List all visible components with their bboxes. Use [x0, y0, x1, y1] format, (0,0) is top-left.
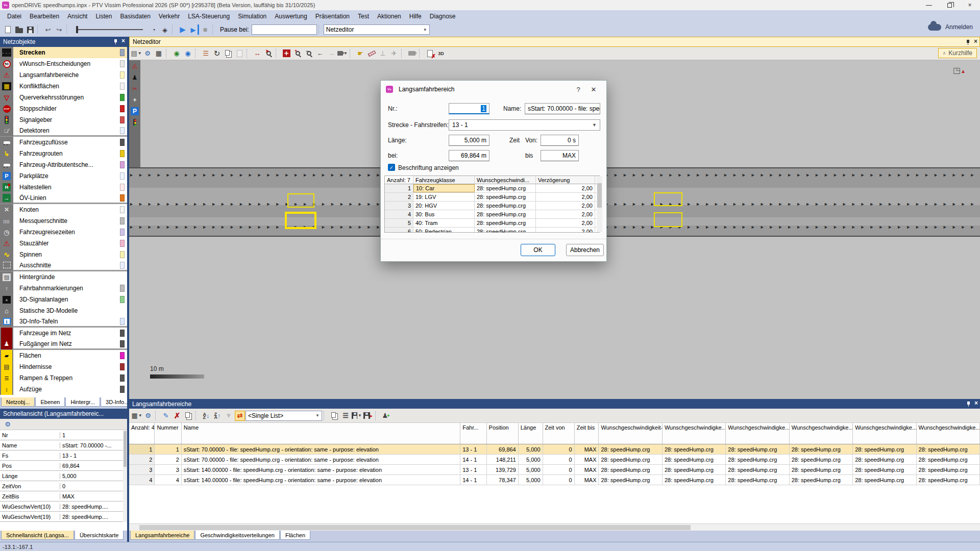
netzobjekte-item[interactable]: Messquerschnitte: [0, 215, 127, 227]
pedestrian-mode-icon[interactable]: ♟: [131, 73, 139, 82]
speed-slider[interactable]: [77, 29, 143, 30]
edit-icon[interactable]: [161, 411, 171, 421]
undo-icon[interactable]: [43, 24, 53, 35]
table-row[interactable]: 4 4 sStart: 140.00000 - file: speedHump.…: [129, 475, 980, 485]
column-header[interactable]: Wunschgeschwindigke...: [790, 423, 853, 444]
pan-icon[interactable]: [252, 48, 262, 59]
save-icon[interactable]: [25, 24, 35, 35]
globe-icon[interactable]: [172, 48, 182, 59]
column-header[interactable]: Zeit von: [543, 423, 575, 444]
cut-mode-icon[interactable]: ✂: [131, 85, 139, 93]
copy-icon[interactable]: [329, 411, 339, 421]
label-checkbox[interactable]: ✓: [388, 164, 395, 171]
account-area[interactable]: Anmelden: [928, 23, 973, 31]
pin-icon[interactable]: [966, 40, 970, 43]
sync-icon[interactable]: [235, 411, 245, 421]
copy-icon[interactable]: [223, 48, 233, 59]
pin-icon[interactable]: [967, 402, 970, 405]
dialog-table-row[interactable]: 6 50: Pedestrian 28: speedHump.crg 2,00: [385, 228, 599, 233]
legend-icon[interactable]: [201, 48, 211, 59]
bis-input[interactable]: MAX: [541, 150, 579, 161]
view3d-icon[interactable]: 3D: [436, 48, 446, 59]
close-icon[interactable]: ×: [974, 400, 978, 406]
quickview-row[interactable]: ZeitBis MAX: [0, 491, 127, 502]
dialog-table-scrollbar[interactable]: [597, 176, 602, 232]
close-icon[interactable]: ×: [974, 39, 977, 44]
netzobjekte-item[interactable]: Haltestellen: [0, 182, 127, 193]
netzobjekte-item[interactable]: Fahrbahnmarkierungen: [0, 283, 127, 294]
network-check-icon[interactable]: [160, 24, 170, 35]
table-row[interactable]: 1 1 sStart: 70.00000 - file: speedHump.c…: [129, 444, 980, 455]
netzobjekte-item[interactable]: Hintergründe: [0, 271, 127, 283]
menu-item[interactable]: Ansicht: [63, 11, 91, 21]
nr-input[interactable]: 1: [449, 103, 489, 114]
hand-icon[interactable]: [355, 48, 365, 59]
sim-speed-icon[interactable]: [149, 24, 159, 35]
netzobjekte-item[interactable]: Querverkehrsstörungen: [0, 92, 127, 103]
netzobjekte-item[interactable]: Aufzüge: [0, 384, 127, 395]
column-header[interactable]: Länge: [519, 423, 543, 444]
forward-icon[interactable]: [326, 48, 336, 59]
ruler-icon[interactable]: [366, 48, 377, 59]
netzobjekte-item[interactable]: Fahrzeugrouten: [0, 148, 127, 159]
length-input[interactable]: 5,000 m: [449, 135, 489, 146]
netzobjekte-item[interactable]: 3D-Signalanlagen: [0, 294, 127, 305]
column-header[interactable]: Position: [487, 423, 519, 444]
help-button[interactable]: ?: [571, 86, 586, 93]
netzobjekte-item[interactable]: 3D-Info-Tafeln: [0, 316, 127, 328]
quickview-row[interactable]: Nr 1: [0, 430, 127, 440]
pin-icon[interactable]: [114, 39, 117, 43]
dialog-table-row[interactable]: 5 40: Tram 28: speedHump.crg 2,00: [385, 219, 599, 228]
menu-item[interactable]: Verkehr: [155, 11, 184, 21]
slow-area-rect-selected[interactable]: [285, 212, 316, 229]
netzobjekte-item[interactable]: Fahrzeuge im Netz: [0, 328, 127, 339]
quickview-row[interactable]: ZeitVon 0: [0, 481, 127, 491]
save-layout-icon[interactable]: ▼: [352, 411, 362, 421]
ok-button[interactable]: OK: [521, 244, 555, 256]
table-row[interactable]: 2 2 sStart: 70.00000 - file: speedHump.c…: [129, 455, 980, 465]
column-header[interactable]: Wunschgeschwindigke...: [663, 423, 726, 444]
quickview-scrollbar[interactable]: [123, 430, 127, 522]
menu-item[interactable]: LSA-Steuerung: [184, 11, 234, 21]
quickview-row[interactable]: Fs 13 - 1: [0, 450, 127, 461]
table-menu-icon[interactable]: ▼: [132, 411, 142, 421]
menu-item[interactable]: Hilfe: [405, 11, 426, 21]
add-user-icon[interactable]: +: [381, 411, 391, 421]
sort-az-icon[interactable]: AZ↓: [201, 411, 211, 421]
column-header[interactable]: Nummer: [155, 423, 181, 444]
quickview-row[interactable]: WuGeschwVert(10) 28: speedHump....: [0, 502, 127, 512]
minimize-button[interactable]: —: [919, 0, 939, 10]
bottom-left-tab[interactable]: Übersichtskarte: [75, 531, 124, 540]
netzobjekte-item[interactable]: Signalgeber: [0, 114, 127, 126]
column-header[interactable]: Verzögerung: [536, 176, 595, 184]
quickview-row[interactable]: Pos 69,864: [0, 461, 127, 471]
duplicate-icon[interactable]: [183, 411, 193, 421]
list-filter-select[interactable]: <Single List> ▼: [246, 411, 322, 421]
dialog-close-button[interactable]: ✕: [586, 86, 601, 93]
pause-input[interactable]: [252, 24, 317, 35]
netzobjekte-item[interactable]: Strecken: [0, 47, 127, 58]
dialog-table-row[interactable]: 3 20: HGV 28: speedHump.crg 2,00: [385, 202, 599, 210]
von-input[interactable]: 0 s: [541, 135, 579, 146]
netzobjekte-item[interactable]: Spinnen: [0, 249, 127, 260]
link-mode-icon[interactable]: +: [131, 96, 139, 104]
menu-item[interactable]: Basisdaten: [116, 11, 154, 21]
wrench-icon[interactable]: [142, 48, 153, 59]
play-icon[interactable]: [178, 24, 188, 35]
netzobjekte-item[interactable]: Ausschnitte: [0, 260, 127, 271]
netzobjekte-item[interactable]: Fußgänger im Netz: [0, 339, 127, 350]
slow-area-rect[interactable]: [654, 212, 682, 227]
lane-select[interactable]: 13 - 1 ▼: [449, 119, 600, 131]
map-pin-icon[interactable]: [183, 48, 193, 59]
page-delete-icon[interactable]: [425, 48, 435, 59]
dialog-titlebar[interactable]: Vs Langsamfahrbereich ? ✕: [381, 81, 606, 98]
zoom-in-icon[interactable]: +: [292, 48, 303, 59]
menu-item[interactable]: Test: [354, 11, 373, 21]
netzobjekte-item[interactable]: vWunsch-Entscheidungen: [0, 58, 127, 69]
parking-mode-icon[interactable]: P: [131, 107, 139, 115]
kurzhilfe-button[interactable]: ∧ Kurzhilfe: [938, 48, 977, 58]
column-header[interactable]: Wunschgeschwindi...: [475, 176, 536, 184]
cancel-button[interactable]: Abbrechen: [566, 244, 604, 256]
stop-icon[interactable]: [200, 24, 210, 35]
step-icon[interactable]: [189, 24, 199, 35]
